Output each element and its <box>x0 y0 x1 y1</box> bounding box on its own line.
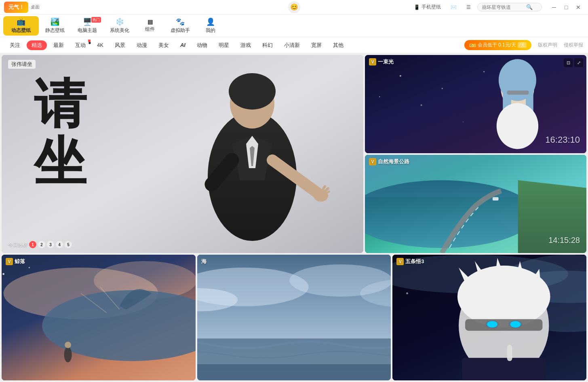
expand-icon[interactable]: ⤢ <box>574 58 583 67</box>
vip-icon: 🎫 <box>469 42 476 49</box>
rank-5[interactable]: 5 <box>65 241 72 248</box>
svg-point-24 <box>483 71 485 72</box>
search-input[interactable] <box>482 4 526 10</box>
search-box[interactable]: 🔍 <box>477 3 542 11</box>
svg-point-18 <box>497 103 538 149</box>
user-avatar[interactable]: 😊 <box>288 1 300 13</box>
side-panels: V 一束光 ⊡ ⤢ 16:23:10 <box>365 55 586 253</box>
vip-icon-1: V <box>369 58 376 65</box>
svg-point-20 <box>400 75 401 77</box>
top-row: 请 坐 张伟请坐 今日热榜 1 2 3 4 5 <box>2 55 586 253</box>
vip-banner[interactable]: 🎫 会员低于 0.1元/天 /天 <box>464 40 531 50</box>
close-btn[interactable]: ✕ <box>573 2 584 13</box>
hai-title: 海 <box>201 258 207 265</box>
filter-ai[interactable]: AI <box>175 41 190 49</box>
mail-icon: ✉️ <box>451 4 457 10</box>
filter-follow[interactable]: 关注 <box>5 40 25 50</box>
filter-latest[interactable]: 最新 <box>48 40 69 50</box>
side-card-natural[interactable]: V 自然海景公路 14:15:28 <box>365 155 586 253</box>
static-icon: 🏞️ <box>51 17 59 26</box>
phone-wallpaper-btn[interactable]: 📱 手机壁纸 <box>411 3 444 11</box>
maximize-btn[interactable]: □ <box>561 2 572 13</box>
minimize-btn[interactable]: ─ <box>548 2 560 13</box>
svg-rect-30 <box>493 197 499 200</box>
vip-icon-3: V <box>6 258 13 265</box>
titlebar: 元气！ 桌面 😊 📱 手机壁纸 ✉️ ☰ 🔍 ─ □ ✕ <box>0 0 588 15</box>
nav-dynamic-label: 动态壁纸 <box>11 27 31 34</box>
logo-icon: 元气！ <box>4 2 28 13</box>
hamburger-icon: ☰ <box>466 4 471 10</box>
app-logo: 元气！ 桌面 <box>4 2 40 13</box>
hero-card[interactable]: 请 坐 张伟请坐 今日热榜 1 2 3 4 5 <box>2 55 363 253</box>
wutiaohe-title: V 五条悟3 <box>396 258 424 265</box>
rank-3[interactable]: 3 <box>47 241 54 248</box>
filter-widescreen[interactable]: 宽屏 <box>306 40 327 50</box>
nav-widget[interactable]: ▤ 组件 <box>136 16 164 36</box>
report-link[interactable]: 侵权举报 <box>564 42 583 49</box>
svg-point-38 <box>29 267 30 268</box>
card2-time: 14:15:28 <box>548 236 580 245</box>
nav-virtual-label: 虚拟助手 <box>171 27 190 34</box>
filter-other[interactable]: 其他 <box>328 40 348 50</box>
menu-btn[interactable]: ☰ <box>463 4 474 11</box>
theme-icon: 🖥️ <box>83 17 92 26</box>
rank-1[interactable]: 1 <box>29 241 36 248</box>
hero-big-text: 请 坐 <box>34 75 86 191</box>
filter-interactive[interactable]: 互动 ● <box>70 40 91 50</box>
hotrank-label: 今日热榜 <box>8 241 27 248</box>
vip-icon-4: V <box>396 258 404 265</box>
svg-point-23 <box>379 96 380 97</box>
svg-point-21 <box>442 88 443 89</box>
svg-rect-60 <box>465 319 542 331</box>
bottom-card-wutiaohe[interactable]: V 五条悟3 <box>392 255 586 380</box>
svg-point-67 <box>406 292 408 294</box>
hotrank: 今日热榜 1 2 3 4 5 <box>8 241 357 248</box>
bottom-card-jingluo[interactable]: V 鲸落 <box>2 255 196 380</box>
logo-subtitle: 桌面 <box>31 4 40 10</box>
filter-celebrity[interactable]: 明星 <box>214 40 234 50</box>
nav-dynamic[interactable]: 📺 动态壁纸 <box>3 16 39 36</box>
svg-point-25 <box>463 121 464 122</box>
nav-mine[interactable]: 👤 我的 <box>196 16 225 36</box>
filter-cute[interactable]: 小清新 <box>279 40 305 50</box>
mail-btn[interactable]: ✉️ <box>447 4 460 11</box>
nav-beauty-label: 系统美化 <box>110 27 129 34</box>
virtual-icon: 🐾 <box>176 17 185 26</box>
window-controls: ─ □ ✕ <box>548 2 584 13</box>
nav-theme-label: 电脑主题 <box>78 27 97 34</box>
jingluo-title: V 鲸落 <box>6 258 25 265</box>
dynamic-icon: 📺 <box>17 17 25 26</box>
beauty-icon: ❄️ <box>115 17 124 26</box>
fullscreen-icon[interactable]: ⊡ <box>564 58 573 67</box>
vip-icon-2: V <box>369 158 376 165</box>
nav-mine-label: 我的 <box>206 27 215 34</box>
search-icon[interactable]: 🔍 <box>526 4 533 10</box>
filter-featured[interactable]: 精选 <box>27 40 47 50</box>
bottom-card-hai[interactable]: 海 <box>197 255 391 380</box>
rank-4[interactable]: 4 <box>56 241 63 248</box>
nav-widget-label: 组件 <box>145 26 155 33</box>
card1-time: 16:23:10 <box>545 135 580 145</box>
filter-anime[interactable]: 动漫 <box>132 40 152 50</box>
nav-beauty[interactable]: ❄️ 系统美化 <box>103 16 136 36</box>
filter-games[interactable]: 游戏 <box>236 40 256 50</box>
side-card-yishuguang[interactable]: V 一束光 ⊡ ⤢ 16:23:10 <box>365 55 586 153</box>
nav-static[interactable]: 🏞️ 静态壁纸 <box>39 16 71 36</box>
rank-2[interactable]: 2 <box>38 241 45 248</box>
rights-link[interactable]: 版权声明 <box>538 42 557 49</box>
jingluo-illustration <box>2 255 196 380</box>
titlebar-center: 😊 <box>288 1 300 13</box>
filter-scifi[interactable]: 科幻 <box>257 40 278 50</box>
svg-point-63 <box>487 321 498 327</box>
titlebar-right: 📱 手机壁纸 ✉️ ☰ 🔍 ─ □ ✕ <box>411 2 584 13</box>
vip-text: 会员低于 0.1元/天 <box>478 42 516 49</box>
bottom-cards: V 鲸落 <box>2 255 586 380</box>
hero-background: 请 坐 张伟请坐 今日热榜 1 2 3 4 5 <box>2 55 363 253</box>
wutiaohe-illustration <box>392 255 586 380</box>
nav-theme[interactable]: 🖥️ 电脑主题 热门 <box>71 16 103 36</box>
filter-beauty[interactable]: 美女 <box>154 40 174 50</box>
nav-virtual[interactable]: 🐾 虚拟助手 <box>164 16 196 36</box>
filter-animals[interactable]: 动物 <box>192 40 212 50</box>
filter-4k[interactable]: 4K <box>92 41 108 49</box>
filter-scenery[interactable]: 风景 <box>110 40 130 50</box>
